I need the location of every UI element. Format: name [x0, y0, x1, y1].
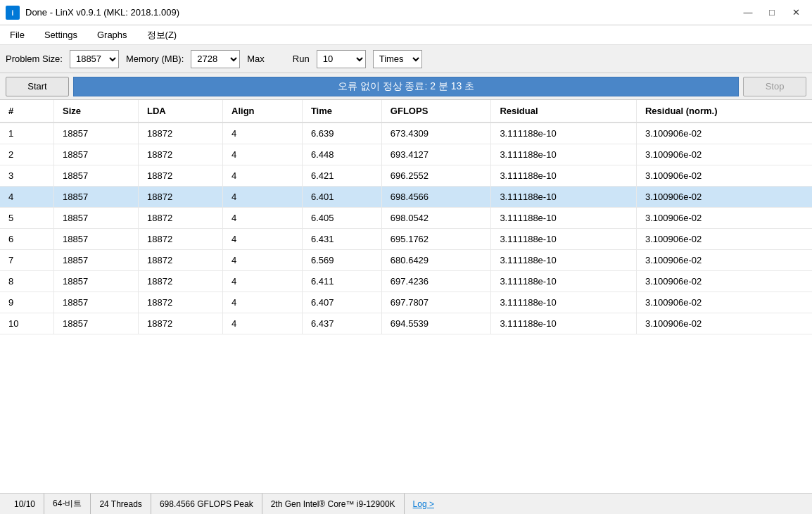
table-cell: 6.639 — [302, 123, 381, 144]
table-cell: 3.111188e-10 — [491, 292, 637, 313]
table-cell: 4 — [223, 144, 303, 165]
footer-bitness: 64-비트 — [44, 494, 91, 514]
table-cell: 3.111188e-10 — [491, 313, 637, 334]
table-cell: 3.100906e-02 — [636, 250, 812, 271]
stop-button[interactable]: Stop — [743, 77, 806, 96]
table-row: 9188571887246.407697.78073.111188e-103.1… — [0, 292, 812, 313]
footer-log-link[interactable]: Log > — [405, 494, 443, 514]
title-bar: i Done - LinX v0.9.1 (MKL: 2018.1.009) —… — [0, 0, 812, 25]
col-header-num: # — [0, 100, 53, 123]
table-cell: 18857 — [53, 271, 138, 292]
table-cell: 3.100906e-02 — [636, 144, 812, 165]
table-cell: 698.4566 — [381, 187, 491, 208]
table-cell: 4 — [223, 187, 303, 208]
svg-text:i: i — [12, 9, 14, 17]
table-cell: 4 — [223, 271, 303, 292]
col-header-gflops: GFLOPS — [381, 100, 491, 123]
col-header-size: Size — [53, 100, 138, 123]
table-cell: 3.100906e-02 — [636, 208, 812, 229]
table-header-row: # Size LDA Align Time GFLOPS Residual Re… — [0, 100, 812, 123]
table-cell: 4 — [223, 165, 303, 187]
table-cell: 3.111188e-10 — [491, 187, 637, 208]
table-cell: 695.1762 — [381, 229, 491, 250]
table-cell: 3.100906e-02 — [636, 187, 812, 208]
window-title: Done - LinX v0.9.1 (MKL: 2018.1.009) — [25, 7, 179, 18]
run-label: Run — [293, 54, 310, 64]
results-table: # Size LDA Align Time GFLOPS Residual Re… — [0, 100, 812, 334]
table-cell: 18857 — [53, 144, 138, 165]
table-cell: 4 — [0, 187, 53, 208]
table-cell: 18872 — [139, 165, 223, 187]
table-cell: 3.111188e-10 — [491, 165, 637, 187]
footer-peak: 698.4566 GFLOPS Peak — [151, 494, 262, 514]
table-cell: 3.100906e-02 — [636, 123, 812, 144]
table-cell: 6.431 — [302, 229, 381, 250]
table-cell: 6.421 — [302, 165, 381, 187]
table-cell: 9 — [0, 292, 53, 313]
table-cell: 4 — [223, 292, 303, 313]
table-cell: 693.4127 — [381, 144, 491, 165]
table-cell: 6.411 — [302, 271, 381, 292]
table-cell: 694.5539 — [381, 313, 491, 334]
table-cell: 18872 — [139, 250, 223, 271]
table-row: 3188571887246.421696.25523.111188e-103.1… — [0, 165, 812, 187]
table-cell: 3.111188e-10 — [491, 144, 637, 165]
table-cell: 18857 — [53, 208, 138, 229]
table-cell: 3.111188e-10 — [491, 271, 637, 292]
table-cell: 18872 — [139, 229, 223, 250]
table-cell: 696.2552 — [381, 165, 491, 187]
run-select[interactable]: 10 — [317, 50, 366, 68]
close-button[interactable]: ✕ — [785, 5, 806, 20]
memory-label: Memory (MB): — [126, 54, 184, 64]
menu-graphs[interactable]: Graphs — [93, 28, 132, 42]
menu-settings[interactable]: Settings — [40, 28, 82, 42]
table-cell: 3.111188e-10 — [491, 229, 637, 250]
table-cell: 10 — [0, 313, 53, 334]
table-cell: 8 — [0, 271, 53, 292]
table-cell: 4 — [223, 250, 303, 271]
table-cell: 3 — [0, 165, 53, 187]
table-cell: 4 — [223, 123, 303, 144]
table-row: 6188571887246.431695.17623.111188e-103.1… — [0, 229, 812, 250]
minimize-button[interactable]: — — [737, 5, 759, 20]
table-cell: 18872 — [139, 292, 223, 313]
restore-button[interactable]: □ — [761, 5, 782, 20]
times-select[interactable]: Times — [373, 50, 422, 68]
status-message: 오류 없이 정상 종료: 2 분 13 초 — [73, 77, 739, 96]
table-row: 10188571887246.437694.55393.111188e-103.… — [0, 313, 812, 334]
results-table-container: # Size LDA Align Time GFLOPS Residual Re… — [0, 100, 812, 493]
table-cell: 18872 — [139, 123, 223, 144]
menu-info[interactable]: 정보(Z) — [143, 27, 182, 43]
table-row: 4188571887246.401698.45663.111188e-103.1… — [0, 187, 812, 208]
table-cell: 4 — [223, 313, 303, 334]
table-cell: 18857 — [53, 292, 138, 313]
table-cell: 7 — [0, 250, 53, 271]
menu-file[interactable]: File — [6, 28, 29, 42]
problem-size-select[interactable]: 18857 — [70, 50, 119, 68]
table-cell: 18857 — [53, 165, 138, 187]
footer-processor: 2th Gen Intel® Core™ i9-12900K — [262, 494, 405, 514]
menu-bar: File Settings Graphs 정보(Z) — [0, 25, 812, 45]
table-cell: 698.0542 — [381, 208, 491, 229]
table-cell: 18872 — [139, 271, 223, 292]
col-header-residual-norm: Residual (norm.) — [636, 100, 812, 123]
table-cell: 4 — [223, 208, 303, 229]
table-cell: 697.7807 — [381, 292, 491, 313]
table-cell: 3.100906e-02 — [636, 229, 812, 250]
title-bar-left: i Done - LinX v0.9.1 (MKL: 2018.1.009) — [6, 6, 179, 20]
table-row: 8188571887246.411697.42363.111188e-103.1… — [0, 271, 812, 292]
memory-select[interactable]: 2728 — [191, 50, 240, 68]
table-cell: 18857 — [53, 313, 138, 334]
table-row: 1188571887246.639673.43093.111188e-103.1… — [0, 123, 812, 144]
table-cell: 3.100906e-02 — [636, 271, 812, 292]
footer-threads: 24 Threads — [91, 494, 151, 514]
col-header-align: Align — [223, 100, 303, 123]
window-controls: — □ ✕ — [737, 5, 806, 20]
table-body: 1188571887246.639673.43093.111188e-103.1… — [0, 123, 812, 334]
table-cell: 680.6429 — [381, 250, 491, 271]
table-cell: 18857 — [53, 250, 138, 271]
table-cell: 6.448 — [302, 144, 381, 165]
start-button[interactable]: Start — [6, 77, 69, 96]
table-cell: 6.401 — [302, 187, 381, 208]
table-cell: 3.111188e-10 — [491, 123, 637, 144]
